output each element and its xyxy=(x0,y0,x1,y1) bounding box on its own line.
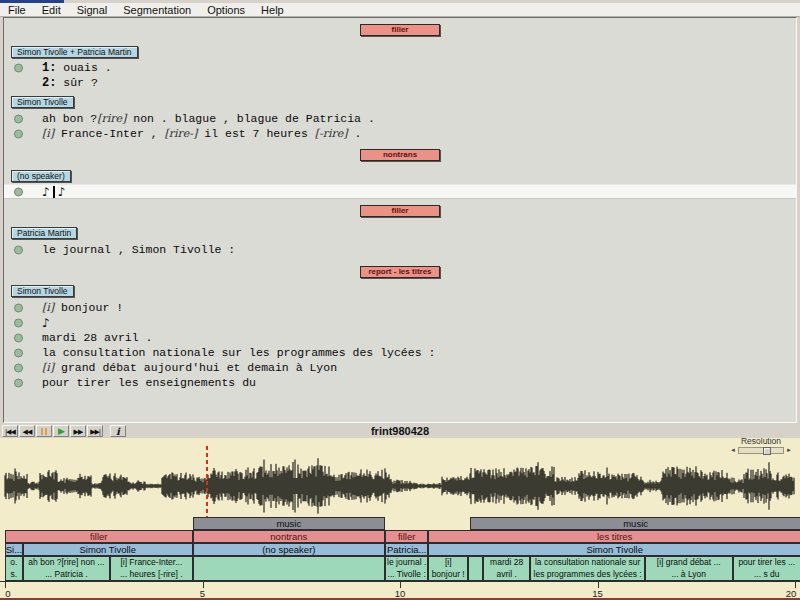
segment-cell[interactable]: mardi 28avril . xyxy=(483,556,530,581)
segment-cell[interactable]: Simon Tivolle xyxy=(428,543,800,556)
pause-button[interactable] xyxy=(36,425,52,437)
segment-cell[interactable]: music xyxy=(470,517,800,530)
segment-bullet-icon[interactable] xyxy=(14,348,23,357)
transcript-text: grand débat aujourd'hui et demain à Lyon xyxy=(54,361,337,374)
segment-cell[interactable]: les titres xyxy=(428,530,800,543)
utterance-text[interactable]: 1: ouais . xyxy=(42,61,112,75)
utterance-row[interactable]: la consultation nationale sur les progra… xyxy=(4,345,796,360)
play-button[interactable]: ▶ xyxy=(53,425,69,437)
utterance-text[interactable]: le journal , Simon Tivolle : xyxy=(42,243,235,256)
music-note-glyph: ♪ xyxy=(58,185,66,199)
segment-bullet-icon[interactable] xyxy=(14,129,23,138)
segment-bullet-icon[interactable] xyxy=(14,245,23,254)
utterance-text[interactable]: ah bon ?[rire] non . blague , blague de … xyxy=(42,112,375,125)
transcript-text: non . blague , blague de Patricia . xyxy=(126,112,374,125)
segment-cell[interactable]: o.s. xyxy=(5,556,23,581)
pause-bar-icon xyxy=(45,428,47,435)
section-button[interactable]: nontrans xyxy=(360,149,440,161)
music-note-glyph: ♪ xyxy=(42,185,50,199)
utterance-row[interactable]: 2: sûr ? xyxy=(4,75,796,90)
segment-label: music xyxy=(623,518,648,529)
resolution-label: Resolution xyxy=(726,438,796,445)
segment-text-line: ... Tivolle : xyxy=(388,569,426,581)
speaker-button[interactable]: Patricia Martin xyxy=(11,227,77,239)
speaker-row: Patricia Martin xyxy=(4,222,796,240)
transcript-editor[interactable]: fillerSimon Tivolle + Patricia Martin1: … xyxy=(3,17,797,423)
utterance-text[interactable]: ♪ xyxy=(42,316,50,330)
utterance-row[interactable]: [i] bonjour ! xyxy=(4,300,796,315)
segment-cell[interactable]: filler xyxy=(5,530,193,543)
section-button[interactable]: filler xyxy=(360,24,440,36)
segment-cell[interactable]: Simon Tivolle xyxy=(23,543,193,556)
segment-bullet-icon[interactable] xyxy=(14,187,23,196)
utterance-text[interactable]: [i] grand débat aujourd'hui et demain à … xyxy=(42,361,337,374)
event-marker: [-rire] xyxy=(315,127,348,140)
utterance-text[interactable]: [i] France-Inter , [rire-] il est 7 heur… xyxy=(42,127,361,140)
segment-bullet-icon[interactable] xyxy=(14,363,23,372)
menu-bar: FileEditSignalSegmentationOptionsHelp xyxy=(0,3,800,17)
segment-cell[interactable]: music xyxy=(193,517,385,530)
utterance-text[interactable]: mardi 28 avril . xyxy=(42,331,152,344)
menu-segmentation[interactable]: Segmentation xyxy=(115,3,199,17)
segment-bullet-icon[interactable] xyxy=(14,114,23,123)
segment-cell[interactable]: la consultation nationale surles program… xyxy=(530,556,645,581)
segment-label: music xyxy=(276,518,301,529)
segment-cell[interactable] xyxy=(193,556,385,581)
segment-bullet-icon[interactable] xyxy=(14,303,23,312)
transcript-text: . xyxy=(348,127,362,140)
segment-cell[interactable]: [i] grand débat ...... à Lyon xyxy=(645,556,733,581)
utterance-text[interactable]: la consultation nationale sur les progra… xyxy=(42,346,435,359)
speaker-button[interactable]: Simon Tivolle xyxy=(11,285,74,297)
speaker-button[interactable]: Simon Tivolle + Patricia Martin xyxy=(11,46,138,58)
section-row: nontrans xyxy=(4,143,796,161)
transcript-text: le journal , Simon Tivolle : xyxy=(42,243,235,256)
section-row: report - les titres xyxy=(4,260,796,278)
segment-cell[interactable]: pour tirer les ...... s du xyxy=(733,556,800,581)
segment-cell[interactable]: Si... xyxy=(5,543,23,556)
segment-cell[interactable]: (no speaker) xyxy=(193,543,385,556)
segment-label: Si... xyxy=(6,544,22,555)
segment-bullet-icon[interactable] xyxy=(14,378,23,387)
utterance-text[interactable]: 2: sûr ? xyxy=(42,76,98,90)
menu-signal[interactable]: Signal xyxy=(69,3,116,17)
menu-options[interactable]: Options xyxy=(199,3,253,17)
transcript-text: pour tirer les enseignements du xyxy=(42,376,256,389)
segment-bullet-icon[interactable] xyxy=(14,63,23,72)
utterance-row[interactable]: le journal , Simon Tivolle : xyxy=(4,242,796,257)
utterance-text[interactable]: [i] bonjour ! xyxy=(42,301,123,314)
utterance-row[interactable]: [i] grand débat aujourd'hui et demain à … xyxy=(4,360,796,375)
resolution-slider-track[interactable] xyxy=(738,447,784,454)
waveform[interactable] xyxy=(0,454,800,516)
section-button[interactable]: report - les titres xyxy=(360,266,440,278)
utterance-row[interactable]: ♪ xyxy=(4,315,796,330)
segment-cell[interactable]: le journal .... Tivolle : xyxy=(385,556,428,581)
segment-cell[interactable]: Patricia... xyxy=(385,543,428,556)
section-button[interactable]: filler xyxy=(360,205,440,217)
utterance-text[interactable]: pour tirer les enseignements du xyxy=(42,376,256,389)
utterance-row-selected[interactable]: ♪♪ xyxy=(4,184,796,199)
skip-to-start-button[interactable]: |◀◀ xyxy=(2,425,18,437)
fast-forward-button[interactable]: ▶▶ xyxy=(70,425,86,437)
segment-cell[interactable]: filler xyxy=(385,530,428,543)
utterance-row[interactable]: pour tirer les enseignements du xyxy=(4,375,796,390)
rewind-button[interactable]: ◀◀ xyxy=(19,425,35,437)
menu-help[interactable]: Help xyxy=(253,3,292,17)
menu-edit[interactable]: Edit xyxy=(34,3,69,17)
utterance-text[interactable]: ♪♪ xyxy=(42,185,65,199)
utterance-row[interactable]: [i] France-Inter , [rire-] il est 7 heur… xyxy=(4,126,796,141)
segment-cell[interactable] xyxy=(468,556,483,581)
segment-cell[interactable]: [i]bonjour ! xyxy=(428,556,468,581)
skip-to-end-button[interactable]: ▶▶| xyxy=(87,425,103,437)
segment-bullet-icon[interactable] xyxy=(14,318,23,327)
menu-file[interactable]: File xyxy=(0,3,34,17)
speaker-button[interactable]: (no speaker) xyxy=(11,170,71,182)
utterance-row[interactable]: ah bon ?[rire] non . blague , blague de … xyxy=(4,111,796,126)
segment-cell[interactable]: [i] France-Inter...... heures [-rire] . xyxy=(110,556,193,581)
segment-cell[interactable]: ah bon ?[rire] non ...... Patricia . xyxy=(23,556,110,581)
info-button[interactable]: i xyxy=(110,425,126,437)
segment-cell[interactable]: nontrans xyxy=(193,530,385,543)
segment-bullet-icon[interactable] xyxy=(14,333,23,342)
utterance-row[interactable]: 1: ouais . xyxy=(4,60,796,75)
speaker-button[interactable]: Simon Tivolle xyxy=(11,96,74,108)
utterance-row[interactable]: mardi 28 avril . xyxy=(4,330,796,345)
